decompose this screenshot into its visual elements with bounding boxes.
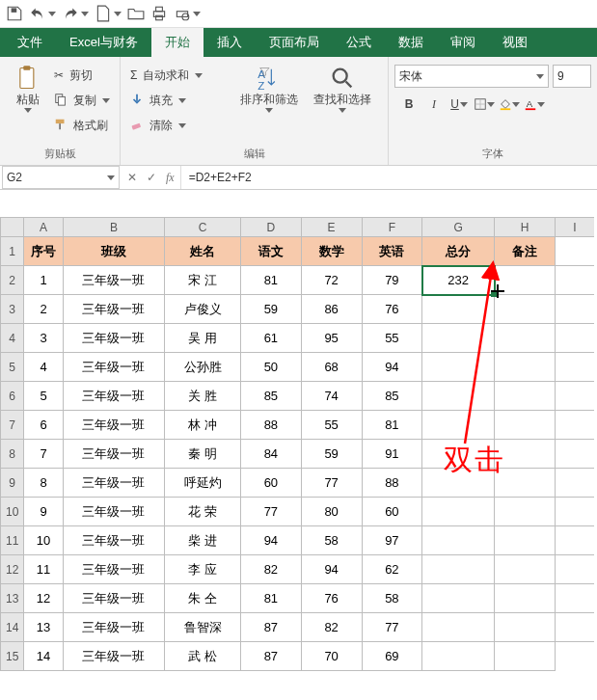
spreadsheet-grid[interactable]: A B C D E F G H I 1 序号 班级 姓名 语文 数学 英语 总分…: [0, 217, 594, 671]
col-header[interactable]: C: [165, 218, 241, 237]
cell[interactable]: 80: [301, 498, 362, 526]
cell[interactable]: 9: [24, 498, 63, 526]
cell[interactable]: 三年级一班: [63, 613, 164, 642]
cell[interactable]: 62: [362, 555, 422, 584]
cell[interactable]: [495, 440, 556, 469]
cell[interactable]: 8: [24, 469, 63, 498]
cell[interactable]: 69: [362, 642, 422, 671]
cell[interactable]: 87: [241, 642, 302, 671]
italic-button[interactable]: I: [423, 94, 445, 115]
cell[interactable]: [422, 555, 495, 584]
row-header[interactable]: 12: [1, 555, 24, 584]
underline-button[interactable]: U: [448, 94, 470, 115]
tab-excel-finance[interactable]: Excel与财务: [56, 28, 151, 57]
paste-button[interactable]: 粘贴: [6, 61, 50, 145]
cell[interactable]: 76: [301, 584, 362, 613]
cell[interactable]: 79: [362, 266, 422, 295]
cell[interactable]: 三年级一班: [63, 642, 164, 671]
cell[interactable]: 三年级一班: [63, 555, 164, 584]
cell[interactable]: 81: [362, 411, 422, 440]
cell[interactable]: [495, 266, 556, 295]
font-name-select[interactable]: 宋体: [394, 65, 549, 88]
cell[interactable]: 林 冲: [165, 411, 241, 440]
tab-insert[interactable]: 插入: [204, 28, 256, 57]
cell[interactable]: [495, 526, 556, 555]
cell[interactable]: 55: [362, 324, 422, 353]
cell[interactable]: 10: [24, 526, 63, 555]
cell[interactable]: [495, 498, 556, 526]
cell[interactable]: 94: [241, 526, 302, 555]
cell[interactable]: 姓名: [165, 237, 241, 266]
qat-undo-button[interactable]: [29, 5, 56, 22]
cell[interactable]: 91: [362, 440, 422, 469]
cell[interactable]: 三年级一班: [63, 295, 164, 324]
cell[interactable]: 50: [241, 353, 302, 382]
cell[interactable]: 6: [24, 411, 63, 440]
fill-handle[interactable]: [491, 291, 497, 297]
cell[interactable]: [422, 382, 495, 411]
cell[interactable]: 72: [301, 266, 362, 295]
cell[interactable]: 备注: [495, 237, 556, 266]
qat-save-button[interactable]: [6, 5, 23, 22]
col-header[interactable]: F: [362, 218, 422, 237]
cell[interactable]: 82: [301, 613, 362, 642]
cancel-formula-button[interactable]: ✕: [127, 171, 137, 184]
cell[interactable]: 58: [362, 584, 422, 613]
cell[interactable]: 呼延灼: [165, 469, 241, 498]
row-header[interactable]: 1: [1, 237, 24, 266]
cell[interactable]: 1: [24, 266, 63, 295]
cell[interactable]: 59: [301, 440, 362, 469]
tab-file[interactable]: 文件: [4, 28, 56, 57]
cell[interactable]: [422, 353, 495, 382]
cell[interactable]: 三年级一班: [63, 266, 164, 295]
row-header[interactable]: 14: [1, 613, 24, 642]
cell[interactable]: 3: [24, 324, 63, 353]
tab-view[interactable]: 视图: [489, 28, 541, 57]
cell[interactable]: 13: [24, 613, 63, 642]
col-header[interactable]: H: [495, 218, 556, 237]
cell[interactable]: 76: [362, 295, 422, 324]
col-header[interactable]: E: [301, 218, 362, 237]
row-header[interactable]: 13: [1, 584, 24, 613]
cell[interactable]: 60: [241, 469, 302, 498]
tab-layout[interactable]: 页面布局: [256, 28, 333, 57]
row-header[interactable]: 5: [1, 353, 24, 382]
borders-button[interactable]: [474, 94, 495, 115]
cell[interactable]: [422, 440, 495, 469]
cell[interactable]: 2: [24, 295, 63, 324]
col-header[interactable]: G: [422, 218, 495, 237]
cell[interactable]: [422, 613, 495, 642]
row-header[interactable]: 10: [1, 498, 24, 526]
qat-print-preview-button[interactable]: [174, 5, 201, 22]
cell[interactable]: 5: [24, 382, 63, 411]
row-header[interactable]: 7: [1, 411, 24, 440]
formula-input[interactable]: =D2+E2+F2: [181, 171, 597, 184]
cell[interactable]: [422, 469, 495, 498]
cell[interactable]: [422, 642, 495, 671]
cell[interactable]: 三年级一班: [63, 382, 164, 411]
cell[interactable]: 58: [301, 526, 362, 555]
cell[interactable]: 81: [241, 266, 302, 295]
cell[interactable]: 三年级一班: [63, 584, 164, 613]
cell[interactable]: [422, 498, 495, 526]
cell[interactable]: [422, 324, 495, 353]
format-painter-button[interactable]: 格式刷: [50, 115, 114, 136]
cell[interactable]: [555, 353, 594, 382]
cell[interactable]: 三年级一班: [63, 526, 164, 555]
cell[interactable]: 68: [301, 353, 362, 382]
cell[interactable]: 鲁智深: [165, 613, 241, 642]
cell[interactable]: [422, 526, 495, 555]
col-header[interactable]: B: [63, 218, 164, 237]
cell[interactable]: 总分: [422, 237, 495, 266]
cell[interactable]: [422, 411, 495, 440]
qat-new-button[interactable]: [95, 5, 122, 22]
cell[interactable]: 武 松: [165, 642, 241, 671]
cell[interactable]: [555, 324, 594, 353]
cell[interactable]: 85: [241, 382, 302, 411]
qat-print-button[interactable]: [150, 5, 168, 22]
autosum-button[interactable]: Σ 自动求和: [126, 65, 232, 86]
cell[interactable]: 柴 进: [165, 526, 241, 555]
find-select-button[interactable]: 查找和选择: [306, 61, 379, 145]
cell[interactable]: [422, 584, 495, 613]
cell[interactable]: 卢俊义: [165, 295, 241, 324]
